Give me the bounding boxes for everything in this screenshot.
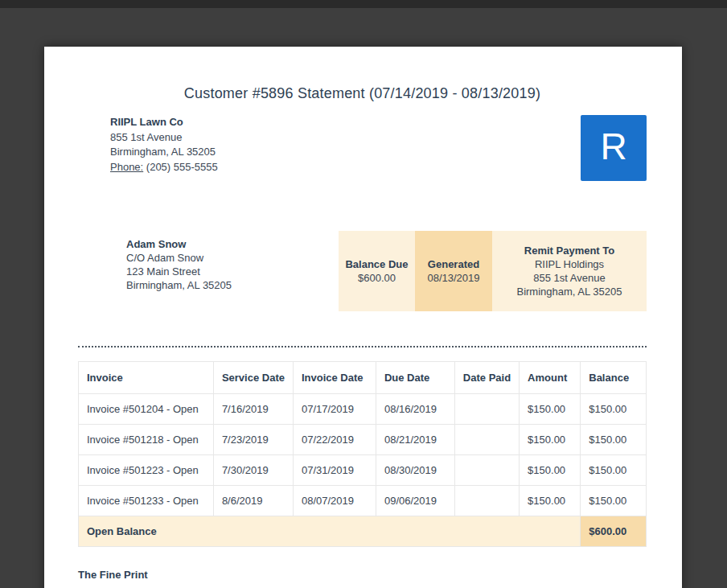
cell-balance: $150.00 — [581, 455, 647, 486]
cell-due-date: 08/30/2019 — [376, 455, 454, 486]
table-row: Invoice #501218 - Open 7/23/2019 07/22/2… — [79, 425, 647, 455]
cell-invoice: Invoice #501204 - Open — [79, 394, 214, 425]
cell-balance: $150.00 — [581, 394, 647, 425]
open-balance-row: Open Balance $600.00 — [79, 516, 647, 547]
cell-service-date: 7/16/2019 — [213, 394, 293, 425]
column-header-amount: Amount — [520, 362, 581, 394]
remit-panel: Remit Payment To RIIPL Holdings 855 1st … — [492, 231, 647, 311]
company-logo: R — [581, 115, 647, 181]
cell-date-paid — [454, 455, 519, 486]
viewer-background: Customer #5896 Statement (07/14/2019 - 0… — [0, 0, 727, 588]
remit-address1: 855 1st Avenue — [533, 271, 605, 285]
table-row: Invoice #501223 - Open 7/30/2019 07/31/2… — [79, 455, 647, 486]
balance-due-label: Balance Due — [345, 257, 408, 271]
logo-letter: R — [600, 128, 626, 168]
cell-balance: $150.00 — [581, 425, 647, 455]
cell-amount: $150.00 — [520, 455, 581, 486]
cell-date-paid — [454, 486, 519, 516]
viewer-top-strip — [0, 0, 727, 8]
column-header-balance: Balance — [581, 362, 647, 394]
customer-line3: Birmingham, AL 35205 — [126, 278, 232, 292]
page-title: Customer #5896 Statement (07/14/2019 - 0… — [78, 85, 647, 102]
generated-label: Generated — [428, 257, 479, 271]
customer-line2: 123 Main Street — [126, 265, 232, 278]
cell-invoice-date: 07/22/2019 — [293, 425, 376, 455]
statement-document-page: Customer #5896 Statement (07/14/2019 - 0… — [44, 47, 682, 588]
customer-and-summary-section: Adam Snow C/O Adam Snow 123 Main Street … — [78, 231, 647, 311]
cell-service-date: 7/30/2019 — [213, 455, 293, 486]
cell-invoice-date: 08/07/2019 — [293, 486, 376, 516]
phone-number: (205) 555-5555 — [146, 161, 218, 173]
cell-due-date: 08/16/2019 — [376, 394, 454, 425]
column-header-invoice-date: Invoice Date — [293, 362, 376, 394]
remit-label: Remit Payment To — [524, 244, 614, 257]
cell-invoice: Invoice #501218 - Open — [79, 425, 214, 455]
invoice-table: Invoice Service Date Invoice Date Due Da… — [78, 361, 647, 547]
customer-info: Adam Snow C/O Adam Snow 123 Main Street … — [126, 231, 232, 292]
company-phone: Phone: (205) 555-5555 — [110, 160, 218, 175]
company-info: RIIPL Lawn Co 855 1st Avenue Birmingham,… — [110, 115, 218, 175]
cell-amount: $150.00 — [520, 394, 581, 425]
cell-invoice-date: 07/31/2019 — [293, 455, 376, 486]
cell-amount: $150.00 — [520, 425, 581, 455]
table-header-row: Invoice Service Date Invoice Date Due Da… — [79, 362, 647, 394]
customer-name: Adam Snow — [126, 237, 232, 251]
customer-line1: C/O Adam Snow — [126, 251, 232, 265]
open-balance-label: Open Balance — [79, 516, 581, 547]
open-balance-total: $600.00 — [581, 516, 647, 547]
company-name: RIIPL Lawn Co — [110, 115, 218, 130]
balance-due-panel: Balance Due $600.00 — [339, 231, 415, 311]
column-header-invoice: Invoice — [79, 362, 214, 394]
cell-due-date: 08/21/2019 — [376, 425, 454, 455]
fine-print-title: The Fine Print — [78, 569, 647, 581]
generated-value: 08/13/2019 — [427, 271, 479, 285]
cell-invoice: Invoice #501233 - Open — [79, 486, 214, 516]
cell-amount: $150.00 — [520, 486, 581, 516]
cell-invoice: Invoice #501223 - Open — [79, 455, 214, 486]
remit-name: RIIPL Holdings — [535, 257, 604, 271]
cell-balance: $150.00 — [581, 486, 647, 516]
summary-box: Balance Due $600.00 Generated 08/13/2019… — [339, 231, 647, 311]
cell-service-date: 8/6/2019 — [213, 486, 293, 516]
cell-date-paid — [454, 394, 519, 425]
column-header-service-date: Service Date — [213, 362, 293, 394]
company-address-line1: 855 1st Avenue — [110, 130, 218, 146]
cell-due-date: 09/06/2019 — [376, 486, 454, 516]
table-row: Invoice #501204 - Open 7/16/2019 07/17/2… — [79, 394, 647, 425]
column-header-date-paid: Date Paid — [454, 362, 519, 394]
balance-due-value: $600.00 — [358, 271, 396, 285]
document-header: RIIPL Lawn Co 855 1st Avenue Birmingham,… — [78, 115, 647, 181]
cell-date-paid — [454, 425, 519, 455]
company-address-line2: Birmingham, AL 35205 — [110, 145, 218, 160]
cell-service-date: 7/23/2019 — [213, 425, 293, 455]
dotted-divider — [78, 346, 647, 347]
cell-invoice-date: 07/17/2019 — [293, 394, 376, 425]
column-header-due-date: Due Date — [376, 362, 454, 394]
remit-address2: Birmingham, AL 35205 — [516, 285, 622, 298]
phone-label: Phone: — [110, 161, 143, 173]
table-row: Invoice #501233 - Open 8/6/2019 08/07/20… — [79, 486, 647, 516]
generated-panel: Generated 08/13/2019 — [415, 231, 492, 311]
